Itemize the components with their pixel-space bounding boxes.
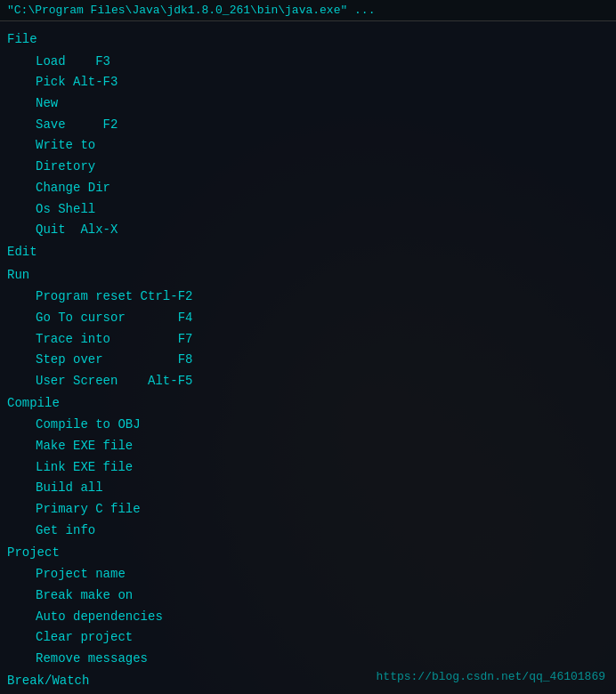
menu-item-trace-into[interactable]: Trace into F7	[0, 329, 616, 351]
menu-item-save[interactable]: Save F2	[0, 115, 616, 136]
terminal-window: "C:\Program Files\Java\jdk1.8.0_261\bin\…	[0, 0, 616, 694]
menu-item-program-reset[interactable]: Program reset Ctrl-F2	[0, 286, 616, 308]
menu-item-quit[interactable]: Quit Alx-X	[0, 220, 616, 241]
menu-item-load[interactable]: Load F3	[0, 52, 616, 73]
title-bar: "C:\Program Files\Java\jdk1.8.0_261\bin\…	[0, 0, 616, 21]
menu-item-diretory[interactable]: Diretory	[0, 157, 616, 178]
menu-item-project-name[interactable]: Project name	[0, 564, 616, 585]
menu-item-build-all[interactable]: Build all	[0, 478, 616, 499]
menu-item-go-to-cursor[interactable]: Go To cursor F4	[0, 308, 616, 329]
menu-header-project[interactable]: Project	[0, 542, 616, 565]
watermark: https://blog.csdn.net/qq_46101869	[377, 670, 605, 683]
menu-content: File Load F3 Pick Alt-F3 New Save F2 Wri…	[0, 21, 616, 694]
menu-header-run[interactable]: Run	[0, 264, 616, 287]
menu-item-compile-obj[interactable]: Compile to OBJ	[0, 415, 616, 436]
title-text: "C:\Program Files\Java\jdk1.8.0_261\bin\…	[7, 4, 375, 17]
menu-item-user-screen[interactable]: User Screen Alt-F5	[0, 371, 616, 392]
menu-item-clear-project[interactable]: Clear project	[0, 627, 616, 649]
menu-item-primary-c[interactable]: Primary C file	[0, 499, 616, 520]
menu-item-remove-messages[interactable]: Remove messages	[0, 649, 616, 670]
menu-item-os-shell[interactable]: Os Shell	[0, 199, 616, 221]
menu-header-file[interactable]: File	[0, 28, 616, 52]
menu-item-make-exe[interactable]: Make EXE file	[0, 436, 616, 457]
menu-item-break-make-on[interactable]: Break make on	[0, 585, 616, 607]
menu-item-change-dir[interactable]: Change Dir	[0, 178, 616, 199]
menu-item-write-to[interactable]: Write to	[0, 135, 616, 157]
menu-item-auto-dependencies[interactable]: Auto dependencies	[0, 607, 616, 628]
menu-item-step-over[interactable]: Step over F8	[0, 350, 616, 371]
menu-item-pick[interactable]: Pick Alt-F3	[0, 72, 616, 93]
menu-item-new[interactable]: New	[0, 93, 616, 115]
menu-item-get-info[interactable]: Get info	[0, 520, 616, 542]
menu-header-edit[interactable]: Edit	[0, 241, 616, 264]
menu-item-link-exe[interactable]: Link EXE file	[0, 457, 616, 479]
menu-header-compile[interactable]: Compile	[0, 392, 616, 416]
